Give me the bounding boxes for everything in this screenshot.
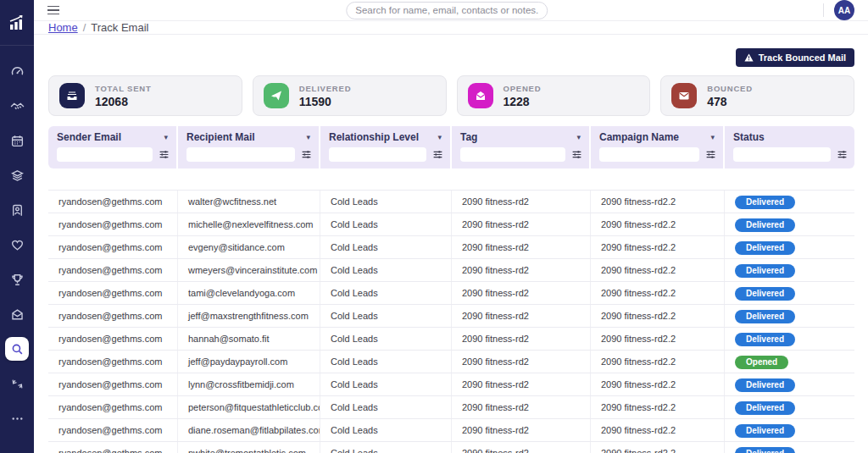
stat-label: OPENED xyxy=(504,84,542,93)
cell-relationship-level: Cold Leads xyxy=(320,191,452,213)
cell-recipient: hannah@somato.fit xyxy=(178,328,320,350)
sidebar-item-contacts[interactable] xyxy=(5,94,29,118)
cell-campaign: 2090 fitness-rd2.2 xyxy=(591,191,725,213)
chevron-down-icon[interactable]: ▾ xyxy=(164,133,168,141)
chevron-down-icon[interactable]: ▾ xyxy=(710,133,715,141)
sidebar-item-search[interactable] xyxy=(5,337,29,361)
table-row[interactable]: ryandosen@gethms.com tami@clevelandyoga.… xyxy=(48,282,854,305)
sidebar-item-email[interactable] xyxy=(5,302,29,326)
email-table: Sender Email ▾ Recipient Mail ▾ xyxy=(48,126,854,453)
table-row[interactable]: ryandosen@gethms.com hannah@somato.fit C… xyxy=(48,328,854,351)
table-row[interactable]: ryandosen@gethms.com jeff@maxstrengthfit… xyxy=(48,305,854,328)
breadcrumb-separator: / xyxy=(83,21,86,34)
warning-icon xyxy=(744,53,754,62)
stat-label: BOUNCED xyxy=(707,84,753,93)
sidebar-item-more[interactable] xyxy=(5,406,29,430)
cell-sender: ryandosen@gethms.com xyxy=(48,442,178,453)
column-label: Tag xyxy=(460,131,477,143)
filter-sliders-icon[interactable] xyxy=(301,149,312,160)
sidebar-item-leads[interactable] xyxy=(5,198,29,222)
column-filter-input[interactable] xyxy=(733,147,831,162)
stat-card-bounced: BOUNCED 478 xyxy=(660,75,854,116)
handshake-icon xyxy=(10,99,25,113)
global-search-input[interactable] xyxy=(346,2,548,19)
cell-campaign: 2090 fitness-rd2.2 xyxy=(591,259,725,281)
table-row[interactable]: ryandosen@gethms.com lynn@crossfitbemidj… xyxy=(48,373,854,396)
filter-sliders-icon[interactable] xyxy=(571,149,582,160)
status-badge: Delivered xyxy=(735,287,795,301)
table-row[interactable]: ryandosen@gethms.com michelle@nexlevelfi… xyxy=(48,213,854,236)
cell-tag: 2090 fitness-rd2 xyxy=(452,351,591,373)
filter-sliders-icon[interactable] xyxy=(159,149,170,160)
table-row[interactable]: ryandosen@gethms.com nwhite@tremontathle… xyxy=(48,442,854,453)
table-row[interactable]: ryandosen@gethms.com diane.roseman@fitla… xyxy=(48,419,854,442)
stat-card-delivered: DELIVERED 11590 xyxy=(253,75,447,116)
column-filter-input[interactable] xyxy=(329,147,426,162)
cell-recipient: jeff@maxstrengthfitness.com xyxy=(178,305,320,327)
filter-sliders-icon[interactable] xyxy=(837,149,848,160)
sidebar xyxy=(0,0,34,453)
cell-relationship-level: Cold Leads xyxy=(320,442,452,453)
sidebar-item-calendar[interactable] xyxy=(5,129,29,152)
column-header: Relationship Level ▾ xyxy=(320,126,452,168)
cell-recipient: wmeyers@vincerainstitute.com xyxy=(178,259,320,281)
cell-sender: ryandosen@gethms.com xyxy=(48,419,178,441)
table-row[interactable]: ryandosen@gethms.com walter@wcfitness.ne… xyxy=(48,191,854,213)
sidebar-item-favorites[interactable] xyxy=(5,233,29,257)
table-row[interactable]: ryandosen@gethms.com peterson@fitquestat… xyxy=(48,396,854,419)
chevron-down-icon[interactable]: ▾ xyxy=(437,133,442,141)
track-bounced-mail-button[interactable]: Track Bounced Mail xyxy=(736,48,854,67)
sidebar-item-pipelines[interactable] xyxy=(5,163,29,187)
sidebar-item-sync[interactable] xyxy=(5,372,29,395)
bar-chart-logo-icon xyxy=(8,14,26,32)
table-row[interactable]: ryandosen@gethms.com wmeyers@vincerainst… xyxy=(48,259,854,282)
status-badge: Delivered xyxy=(735,196,795,209)
mail-open-icon xyxy=(10,307,25,322)
column-header: Tag ▾ xyxy=(452,126,591,168)
hamburger-menu-icon[interactable] xyxy=(47,6,59,15)
cell-relationship-level: Cold Leads xyxy=(320,351,452,373)
cell-campaign: 2090 fitness-rd2.2 xyxy=(591,236,725,258)
cell-recipient: walter@wcfitness.net xyxy=(178,191,320,213)
cell-tag: 2090 fitness-rd2 xyxy=(452,442,591,453)
search-icon xyxy=(10,342,25,356)
chevron-down-icon[interactable]: ▾ xyxy=(576,133,581,141)
sidebar-item-dashboard[interactable] xyxy=(5,59,29,83)
cell-campaign: 2090 fitness-rd2.2 xyxy=(591,396,725,418)
column-filter-input[interactable] xyxy=(186,147,295,162)
cell-campaign: 2090 fitness-rd2.2 xyxy=(591,282,725,304)
breadcrumb-home-link[interactable]: Home xyxy=(48,21,78,34)
cell-relationship-level: Cold Leads xyxy=(320,259,452,281)
layers-icon xyxy=(10,168,25,183)
user-avatar[interactable]: AA xyxy=(834,0,854,20)
main-area: AA Home / Track Email Track Bounced Mail xyxy=(34,0,868,453)
chevron-down-icon[interactable]: ▾ xyxy=(306,133,310,141)
stat-value: 1228 xyxy=(504,95,542,108)
sidebar-item-goals[interactable] xyxy=(5,268,29,291)
cell-tag: 2090 fitness-rd2 xyxy=(452,191,591,213)
cell-recipient: peterson@fitquestathleticclub.com xyxy=(178,396,320,418)
filter-sliders-icon[interactable] xyxy=(432,149,443,160)
cell-sender: ryandosen@gethms.com xyxy=(48,305,178,327)
table-row[interactable]: ryandosen@gethms.com evgeny@sitidance.co… xyxy=(48,236,854,259)
cell-sender: ryandosen@gethms.com xyxy=(48,351,178,373)
filter-sliders-icon[interactable] xyxy=(705,149,716,160)
sync-arrows-icon xyxy=(10,377,25,391)
column-header: Sender Email ▾ xyxy=(48,126,178,168)
cell-sender: ryandosen@gethms.com xyxy=(48,373,178,395)
status-badge: Delivered xyxy=(735,264,795,278)
calendar-icon xyxy=(10,134,25,148)
cell-relationship-level: Cold Leads xyxy=(320,328,452,350)
cell-campaign: 2090 fitness-rd2.2 xyxy=(591,305,725,327)
cell-tag: 2090 fitness-rd2 xyxy=(452,282,591,304)
column-filter-input[interactable] xyxy=(460,147,565,162)
column-filter-input[interactable] xyxy=(599,147,699,162)
table-row[interactable]: ryandosen@gethms.com jeff@paydaypayroll.… xyxy=(48,351,854,373)
column-filter-input[interactable] xyxy=(57,147,153,162)
status-badge: Delivered xyxy=(735,378,795,392)
app-logo[interactable] xyxy=(0,0,34,46)
cell-tag: 2090 fitness-rd2 xyxy=(452,259,591,281)
table-body: ryandosen@gethms.com walter@wcfitness.ne… xyxy=(48,168,854,453)
cell-sender: ryandosen@gethms.com xyxy=(48,282,178,304)
cell-recipient: nwhite@tremontathletic.com xyxy=(178,442,320,453)
